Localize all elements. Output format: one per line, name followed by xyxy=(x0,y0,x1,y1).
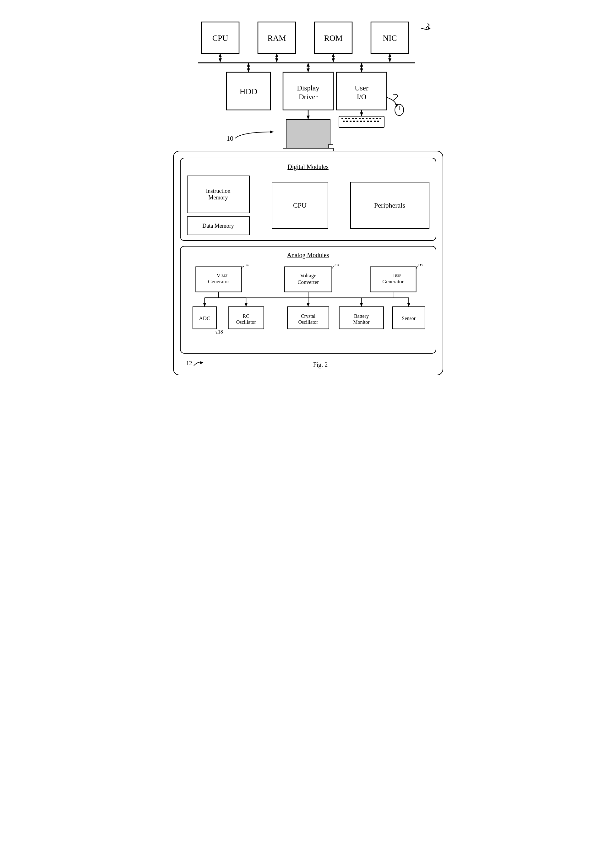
svg-rect-58 xyxy=(370,121,372,122)
figure1-container: CPU RAM ROM NIC xyxy=(173,12,443,151)
analog-svg: V REF Generator 14 Voltage Converter 20 … xyxy=(187,264,429,347)
sensor-label: Sensor xyxy=(402,316,415,321)
digital-modules-section: Digital Modules InstructionMemory Data M… xyxy=(180,158,436,241)
instruction-memory-label: InstructionMemory xyxy=(206,188,230,201)
figure2-container: Digital Modules InstructionMemory Data M… xyxy=(173,151,443,375)
voltage-converter-label1: Voltage xyxy=(300,273,316,278)
display-driver-label: Display xyxy=(297,84,319,92)
rc-osc-label2: Oscillator xyxy=(236,319,256,325)
svg-rect-54 xyxy=(356,121,358,122)
svg-marker-88 xyxy=(200,361,203,364)
svg-rect-38 xyxy=(341,118,343,119)
cpu-box-fig2: CPU xyxy=(272,182,328,229)
peripherals-label: Peripherals xyxy=(374,201,405,210)
svg-marker-9 xyxy=(275,53,278,57)
svg-marker-22 xyxy=(306,68,310,72)
svg-rect-42 xyxy=(355,118,357,119)
hdd-label: HDD xyxy=(240,87,257,96)
svg-marker-12 xyxy=(332,53,335,57)
user-io-label: User xyxy=(355,84,369,92)
svg-rect-51 xyxy=(346,121,348,122)
svg-rect-40 xyxy=(348,118,350,119)
svg-marker-23 xyxy=(306,63,310,67)
svg-marker-20 xyxy=(247,63,250,67)
svg-marker-77 xyxy=(306,303,310,306)
nic-label: NIC xyxy=(383,34,397,43)
svg-rect-52 xyxy=(350,121,352,122)
crystal-osc-label2: Oscillator xyxy=(298,319,318,325)
svg-marker-64 xyxy=(270,131,274,134)
ram-label: RAM xyxy=(267,34,286,43)
svg-marker-26 xyxy=(360,63,363,67)
svg-marker-79 xyxy=(360,303,362,306)
crystal-osc-label1: Crystal xyxy=(300,314,316,319)
svg-rect-49 xyxy=(380,118,381,119)
battery-monitor-label2: Monitor xyxy=(353,319,370,325)
svg-marker-15 xyxy=(388,53,391,57)
iref-gen-label: Generator xyxy=(382,278,404,284)
figure1-svg: CPU RAM ROM NIC xyxy=(186,12,431,151)
digital-title: Digital Modules xyxy=(187,163,429,171)
svg-marker-10 xyxy=(275,58,278,62)
data-memory-box: Data Memory xyxy=(187,216,250,235)
svg-rect-32 xyxy=(286,119,330,151)
fig2-caption: Fig. 2 xyxy=(205,361,436,368)
svg-marker-4 xyxy=(428,27,431,30)
svg-marker-13 xyxy=(332,58,335,62)
svg-rect-46 xyxy=(369,118,371,119)
svg-rect-45 xyxy=(366,118,367,119)
iref-top: I xyxy=(392,273,394,278)
instruction-memory-box: InstructionMemory xyxy=(187,176,250,213)
label12-arrow xyxy=(192,358,205,367)
digital-left-col: InstructionMemory Data Memory xyxy=(187,176,250,235)
analog-title: Analog Modules xyxy=(187,252,429,259)
svg-rect-50 xyxy=(343,121,345,122)
svg-rect-56 xyxy=(364,121,366,122)
svg-marker-31 xyxy=(306,115,310,119)
badge-20: 20 xyxy=(334,264,339,267)
svg-rect-48 xyxy=(376,118,378,119)
digital-row: InstructionMemory Data Memory CPU Periph… xyxy=(187,176,429,235)
svg-marker-25 xyxy=(360,68,363,72)
svg-marker-73 xyxy=(203,303,206,306)
peripherals-box: Peripherals xyxy=(350,182,429,229)
svg-rect-39 xyxy=(345,118,347,119)
voltage-converter-label2: Converter xyxy=(297,279,319,285)
label-10: 10 xyxy=(227,134,233,142)
svg-rect-43 xyxy=(359,118,361,119)
svg-rect-44 xyxy=(362,118,364,119)
vref-gen-label: Generator xyxy=(208,278,229,284)
cpu-label-fig1: CPU xyxy=(212,34,228,43)
svg-rect-55 xyxy=(360,121,362,122)
analog-modules-section: Analog Modules V REF Generator 14 Voltag… xyxy=(180,246,436,354)
badge-14: 14 xyxy=(243,264,249,267)
svg-rect-53 xyxy=(353,121,355,122)
cpu-label-fig2: CPU xyxy=(293,201,306,210)
iref-sub: REF xyxy=(395,274,401,277)
user-io-label2: I/O xyxy=(356,93,366,101)
data-memory-label: Data Memory xyxy=(202,223,234,229)
badge-18: 18 xyxy=(218,329,223,334)
svg-rect-57 xyxy=(367,121,369,122)
vref-top: V xyxy=(216,273,221,278)
svg-rect-41 xyxy=(352,118,354,119)
vref-sub: REF xyxy=(221,274,227,277)
battery-monitor-label1: Battery xyxy=(354,314,369,319)
svg-rect-59 xyxy=(374,121,376,122)
svg-marker-81 xyxy=(407,303,410,306)
label-12: 12 xyxy=(186,360,192,367)
badge-16: 16 xyxy=(417,264,423,267)
svg-marker-16 xyxy=(388,58,391,62)
adc-label: ADC xyxy=(199,315,210,321)
svg-marker-36 xyxy=(360,112,363,116)
rc-osc-label1: RC xyxy=(243,314,249,319)
display-driver-label2: Driver xyxy=(299,93,317,101)
svg-rect-47 xyxy=(373,118,375,119)
svg-rect-60 xyxy=(377,121,379,122)
rom-label: ROM xyxy=(324,34,342,43)
svg-marker-7 xyxy=(219,58,222,62)
svg-marker-6 xyxy=(219,53,222,57)
svg-marker-19 xyxy=(247,68,250,72)
svg-rect-34 xyxy=(328,145,333,148)
svg-marker-75 xyxy=(244,303,247,306)
